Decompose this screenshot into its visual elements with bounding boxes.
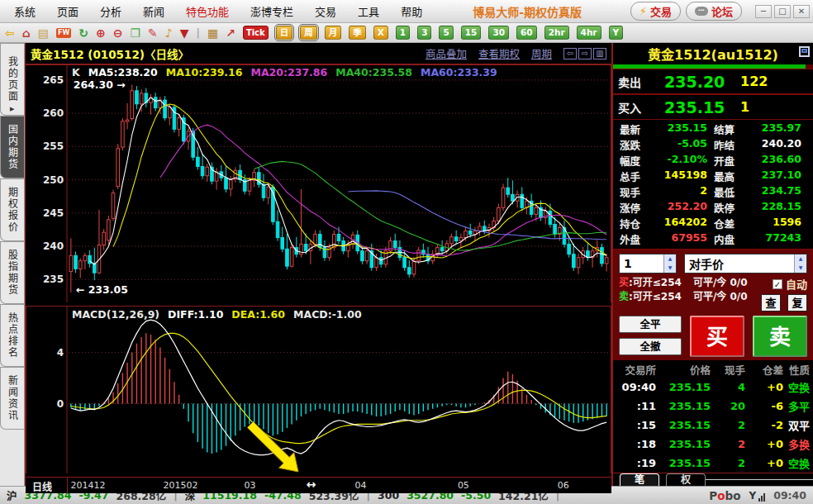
sidebar-item-5[interactable]: 新闻资讯 xyxy=(0,367,24,430)
menu-item-0[interactable]: 系统 xyxy=(3,3,46,19)
tick-period-button[interactable]: Tick xyxy=(243,26,269,40)
trade-row-4[interactable]: :19235.152+0空换 xyxy=(613,454,813,473)
period-button-15[interactable]: 15 xyxy=(461,26,482,40)
fw-icon[interactable]: FW xyxy=(56,28,71,38)
period-button-30[interactable]: 30 xyxy=(488,26,509,40)
quote-table-icon[interactable]: ▦ xyxy=(207,27,218,39)
sidebar-item-1[interactable]: 国内期货 xyxy=(0,116,24,178)
draw-icon[interactable]: ✎ xyxy=(148,27,158,39)
buy-button[interactable]: 买 xyxy=(690,316,744,357)
period-button-4hr[interactable]: 4hr xyxy=(577,26,601,40)
maximize-button[interactable]: □ xyxy=(774,5,791,18)
price-mode-select[interactable]: 对手价 ▲▼ xyxy=(684,254,807,273)
stat-label: 外盘 xyxy=(620,231,653,247)
overlay-icon[interactable]: ❐ xyxy=(131,27,141,39)
split-view-icon[interactable]: ▥ xyxy=(593,48,606,59)
macd-legend: MACD(12,26,9)DIFF:1.10DEA:1.60MACD:-1.00 xyxy=(72,308,362,321)
refresh-icon[interactable]: ↻ xyxy=(78,27,88,39)
ask-row[interactable]: 卖出 235.20 122 xyxy=(613,69,813,94)
trend-icon[interactable]: ↗ xyxy=(226,27,235,39)
sidebar-item-0[interactable]: 我的页面▶ xyxy=(0,43,24,116)
zoom-in-icon[interactable]: ⊕ xyxy=(96,27,106,39)
menu-item-7[interactable]: 工具 xyxy=(347,3,390,19)
legend-item: MA5:238.20 xyxy=(88,66,158,78)
recheck-button[interactable]: 复 xyxy=(787,294,807,311)
back-icon[interactable]: ⇦ xyxy=(5,27,15,39)
query-button[interactable]: 查 xyxy=(761,294,781,311)
period-button-5[interactable]: 5 xyxy=(439,26,453,40)
kline-chart[interactable]: 265260255250245240235264.30 →← 233.05 xyxy=(26,64,612,302)
expand-arrow-icon[interactable]: ▶ xyxy=(10,106,16,112)
bid-row[interactable]: 买入 235.15 1 xyxy=(613,94,813,120)
period-button-季[interactable]: 季 xyxy=(349,26,366,40)
menu-item-1[interactable]: 页面 xyxy=(46,3,89,19)
next-contract-icon[interactable]: ⇨ xyxy=(578,48,592,59)
report-icon[interactable]: ▤ xyxy=(38,27,49,39)
period-button-3[interactable]: 3 xyxy=(417,26,431,40)
trade-button[interactable]: ⚡ 交易 xyxy=(630,2,681,21)
panel-restore-icon[interactable] xyxy=(799,46,810,57)
svg-text:4: 4 xyxy=(57,347,64,359)
quantity-stepper[interactable]: 1 ▲▼ xyxy=(619,254,677,273)
trade-cell: 多平 xyxy=(783,398,810,414)
sidebar: 我的页面▶国内期货期权报价股指期货热点排名新闻资讯 xyxy=(0,43,25,486)
menu-item-6[interactable]: 交易 xyxy=(304,3,347,19)
period-button-X[interactable]: X xyxy=(373,26,388,40)
auto-checkbox[interactable]: ✓ 自动 xyxy=(773,276,807,292)
legend-item: K xyxy=(72,66,80,78)
legend-item: MA10:239.16 xyxy=(166,66,243,78)
minimize-button[interactable]: ─ xyxy=(755,5,772,18)
home-icon[interactable]: ⌂ xyxy=(22,27,31,39)
filter-icon[interactable]: ▼ xyxy=(180,27,189,39)
trade-cell: 空换 xyxy=(783,379,810,395)
stat-label: 最低 xyxy=(714,184,747,200)
alert-icon[interactable]: ♪ xyxy=(165,27,173,39)
close-all-button[interactable]: 全平 xyxy=(619,316,682,333)
stat-value: 2 xyxy=(653,184,714,200)
trade-cell: 2 xyxy=(711,457,745,469)
period-button-周[interactable]: 周 xyxy=(300,26,317,40)
toolbar: ⇦⌂▤FW↻⊕⊖❐✎♪▼|▦↗Tick日周月季X1351530602hr4hrY xyxy=(0,23,813,43)
stepper-arrows-icon[interactable]: ▲▼ xyxy=(663,254,676,273)
macd-chart[interactable]: 40 xyxy=(26,307,612,473)
period-button-Y[interactable]: Y xyxy=(609,26,624,40)
trade-row-3[interactable]: :18235.152+0多换 xyxy=(613,435,813,454)
prev-contract-icon[interactable]: ⇦ xyxy=(563,48,577,59)
close-button[interactable]: ✕ xyxy=(793,5,810,18)
chart-title: 黄金1512 (010512)〈日线〉 xyxy=(31,45,189,62)
sell-button[interactable]: 卖 xyxy=(753,316,807,357)
select-arrows-icon[interactable]: ▲▼ xyxy=(794,254,806,273)
tab-options[interactable]: 权 xyxy=(666,473,706,486)
chart-link-2[interactable]: 周期 xyxy=(531,45,552,61)
period-button-60[interactable]: 60 xyxy=(516,26,537,40)
scroll-handle[interactable]: ↔ xyxy=(307,478,316,491)
trade-row-2[interactable]: :15235.152-2双平 xyxy=(613,416,813,435)
period-button-月[interactable]: 月 xyxy=(325,26,342,40)
sidebar-item-3[interactable]: 股指期货 xyxy=(0,241,24,304)
zoom-out-icon[interactable]: ⊖ xyxy=(113,27,123,39)
trade-row-1[interactable]: :11235.1520-6多平 xyxy=(613,397,813,416)
trade-cell: :18 xyxy=(613,438,656,450)
chart-link-1[interactable]: 查看期权 xyxy=(478,45,520,61)
cancel-all-button[interactable]: 全撤 xyxy=(619,338,682,355)
period-button-2hr[interactable]: 2hr xyxy=(544,26,569,40)
forum-button[interactable]: ⋯ 论坛 xyxy=(686,2,742,21)
tab-ticks[interactable]: 笔 xyxy=(620,473,659,486)
stat-value: 235.97 xyxy=(747,121,808,137)
trade-cell: -6 xyxy=(745,400,783,412)
sidebar-item-4[interactable]: 热点排名 xyxy=(0,304,24,367)
chart-link-0[interactable]: 商品叠加 xyxy=(426,45,467,61)
quote-stats: 最新235.15结算235.97涨跌-5.05昨结240.20幅度-2.10%开… xyxy=(613,120,813,250)
checkbox-icon[interactable]: ✓ xyxy=(773,279,782,289)
period-button-1[interactable]: 1 xyxy=(396,26,410,40)
menu-item-2[interactable]: 分析 xyxy=(89,3,132,19)
menu-item-8[interactable]: 帮助 xyxy=(390,3,433,19)
trade-row-0[interactable]: 09:40235.154+0空换 xyxy=(613,378,813,397)
svg-text:264.30 →: 264.30 → xyxy=(74,78,126,91)
sidebar-item-2[interactable]: 期权报价 xyxy=(0,178,24,241)
menu-item-4[interactable]: 特色功能 xyxy=(175,3,240,19)
menu-item-3[interactable]: 新闻 xyxy=(132,3,175,19)
menu-item-5[interactable]: 澎博专栏 xyxy=(240,3,304,19)
period-button-日[interactable]: 日 xyxy=(276,26,293,40)
svg-text:250: 250 xyxy=(43,174,64,186)
